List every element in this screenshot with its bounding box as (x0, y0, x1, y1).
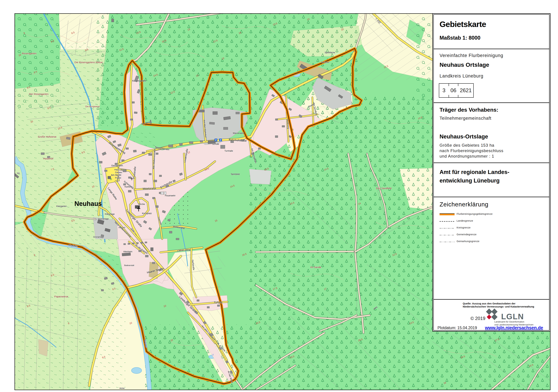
label-poi-badeanstalt: Badeanstalt (124, 264, 134, 266)
office-line2: entwicklung Lüneburg (440, 177, 500, 184)
building (189, 141, 193, 144)
section-procedure: Vereinfachte Flurbereinigung Neuhaus Ort… (434, 49, 549, 103)
legend-item-flur: Flurbereinigungsgebietsgrenze (440, 213, 545, 216)
label-area-die-burgwiese: Die Burgwiese (85, 105, 100, 108)
building (145, 242, 147, 243)
building (152, 197, 155, 199)
map-scale: Maßstab 1: 8000 (440, 35, 480, 41)
lgln-weblink[interactable]: www.lgln.niedersachsen.de (485, 325, 543, 331)
building (156, 206, 158, 208)
label-poi-schule: Schule (212, 143, 219, 145)
label-area-die-rosengartens-wiese: Die Rosengartens Wiese (74, 61, 103, 64)
legend-swatch-flur (440, 213, 454, 215)
building (132, 102, 134, 103)
procedure-type: Vereinfachte Flurbereinigung (440, 53, 503, 58)
label-poi-sportfl-che: Sportfläche (325, 51, 335, 54)
pond (131, 367, 142, 374)
building (133, 150, 137, 152)
label-poi-sportplatz: Sportplatz (321, 61, 330, 63)
label-big-neuhaus: Neuhaus (74, 200, 102, 207)
legend-label-landes: Landesgrenze (457, 219, 473, 222)
procedure-name: Neuhaus Ortslage (440, 61, 489, 68)
building (41, 153, 44, 155)
office-line1: Amt für regionale Landes- (440, 169, 509, 175)
building (207, 306, 209, 308)
label-poi-gemeindeh-: Gemeindeh. (111, 164, 123, 167)
label-poi-wasserwerk: Wasserwerk (233, 132, 244, 134)
veg-stripes-topright (355, 13, 432, 80)
lgln-subtitle1: Landesamt für Geoinformation (494, 321, 524, 323)
label-street-am-markt: Am Markt (111, 174, 121, 176)
carrier-name: Teilnehmergemeinschaft (440, 116, 491, 121)
section-legend: Zeichenerklärung Flurbereinigungsgebiets… (434, 197, 549, 300)
building (156, 153, 158, 155)
legend-swatch-gemarkung (440, 241, 454, 243)
building (200, 140, 203, 142)
legend-title: Zeichenerklärung (440, 201, 488, 208)
building (123, 183, 126, 185)
building (282, 125, 285, 127)
label-area-der-rosengarten: Der Rosengarten (29, 93, 48, 96)
label-poi-sportplatz: Sportplatz (231, 173, 240, 175)
area-order-number: und Anordnungsnummer : 1 (440, 154, 494, 159)
building (101, 289, 104, 291)
building (154, 180, 157, 182)
code-cell-2: 06 (449, 84, 458, 97)
label-poi-kleingarten: Kleingarten (56, 205, 67, 208)
road-path-a[interactable] (256, 252, 353, 252)
building (275, 136, 278, 138)
label-poi-gastes: Gastes (115, 171, 122, 174)
title-panel: Gebietskarte Maßstab 1: 8000 Vereinfacht… (432, 13, 550, 331)
label-area-rosengarten: Rosengarten (22, 52, 36, 55)
building (141, 242, 143, 244)
label-poi-kl-ranlage: Kläranlage (105, 213, 115, 215)
label-poi-kirche: Kirche (139, 203, 145, 205)
parking-icon-letter: P (215, 139, 217, 141)
building (128, 243, 130, 244)
building (145, 255, 148, 257)
label-poi-m-hle: Mühle (120, 387, 125, 389)
label-area-papenwiese: Papenwiese (54, 295, 68, 298)
veg-stripes-topleft (59, 13, 107, 54)
gebietskarte-screen: PPFFT.T.NeuhausRosengartenDie Rosengarte… (0, 0, 558, 392)
label-street-kantorg: Kantorg (125, 185, 132, 188)
building (126, 148, 129, 149)
pond-t-icon: T. (212, 354, 214, 356)
gray-neck (249, 169, 271, 184)
building (213, 112, 218, 114)
building (132, 243, 134, 244)
legend-label-kreis: Kreisgrenze (457, 226, 471, 229)
building (134, 112, 137, 114)
building (179, 143, 183, 145)
legend-swatch-gemeinde (440, 234, 454, 236)
building (99, 161, 102, 163)
building (169, 231, 172, 233)
building (159, 175, 162, 177)
label-area-haselhof: Haselhof (43, 157, 53, 160)
building (130, 119, 133, 120)
area-size: Größe des Gebietes 153 ha (440, 143, 494, 148)
parking-icon-letter: P (220, 139, 221, 141)
section-imprint: Quelle: Auszug aus den Geobasisdaten der… (434, 300, 549, 331)
building (223, 127, 228, 130)
building (135, 205, 140, 209)
label-area-im-sande: Im Sande (310, 266, 321, 269)
label-poi-gr-nanlage: Grünanlage (98, 218, 109, 220)
legend-swatch-landes (440, 220, 454, 222)
building (176, 238, 179, 240)
section-title: Gebietskarte Maßstab 1: 8000 (434, 15, 549, 49)
legend-label-gemeinde: Gemeindegrenze (457, 233, 477, 236)
section-office: Amt für regionale Landes- entwicklung Lü… (434, 163, 549, 197)
building (142, 152, 145, 154)
label-poi-kirchplatz: Kirchplatz (142, 212, 152, 215)
building (168, 145, 173, 147)
building (150, 248, 153, 251)
area-decision: nach Flurbereinigungsbeschluss (440, 148, 503, 153)
label-area-gro-e-hofwiese: Große Hofwiese (38, 135, 56, 138)
building (145, 194, 148, 196)
building (152, 262, 155, 264)
olive-muehle (38, 340, 48, 356)
label-poi-silo: Silo (17, 172, 20, 174)
building (128, 190, 131, 192)
building (128, 177, 131, 178)
